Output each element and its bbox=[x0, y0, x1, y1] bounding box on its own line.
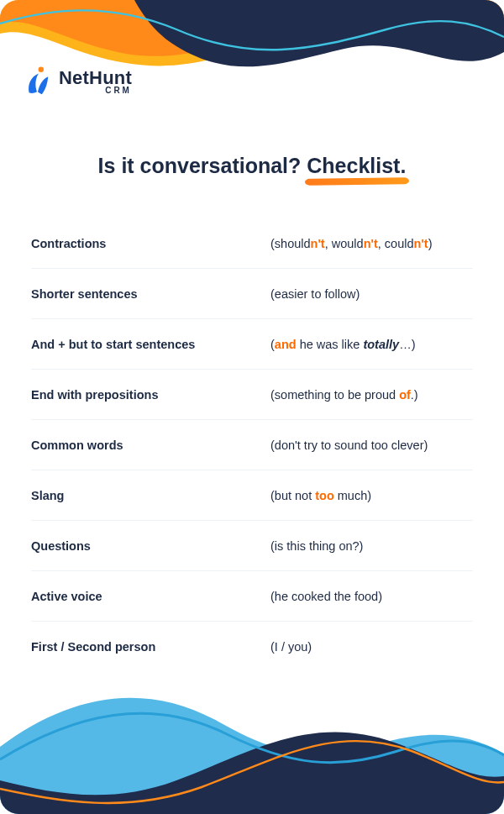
table-row: Active voice(he cooked the food) bbox=[31, 571, 473, 622]
row-example: (he cooked the food) bbox=[270, 590, 382, 603]
highlight-text: of bbox=[399, 388, 411, 402]
row-example: (shouldn't, wouldn't, couldn't) bbox=[270, 237, 433, 250]
highlight-text: too bbox=[315, 489, 334, 502]
brand-logo: NetHunt CRM bbox=[24, 66, 132, 97]
row-example: (but not too much) bbox=[270, 489, 371, 502]
row-label: Questions bbox=[31, 539, 270, 553]
example-text: , would bbox=[325, 237, 364, 250]
decorative-wave-bottom bbox=[0, 663, 504, 814]
svg-point-0 bbox=[39, 67, 44, 72]
table-row: Common words(don't try to sound too clev… bbox=[31, 420, 473, 470]
table-row: Contractions(shouldn't, wouldn't, couldn… bbox=[31, 218, 473, 269]
table-row: Questions(is this thing on?) bbox=[31, 521, 473, 571]
italic-text: totally bbox=[363, 338, 399, 351]
highlight-text: n't bbox=[311, 237, 325, 250]
row-example: (something to be proud of.) bbox=[270, 388, 418, 402]
example-text: , could bbox=[378, 237, 414, 250]
example-text: (should bbox=[270, 237, 311, 250]
table-row: Slang(but not too much) bbox=[31, 470, 473, 521]
example-text: ) bbox=[428, 237, 433, 250]
row-label: And + but to start sentences bbox=[31, 338, 270, 351]
row-label: Common words bbox=[31, 439, 270, 452]
table-row: First / Second person(I / you) bbox=[31, 622, 473, 672]
example-text: (but not bbox=[270, 489, 315, 502]
highlight-text: and bbox=[275, 338, 297, 351]
row-example: (is this thing on?) bbox=[270, 539, 363, 553]
row-label: Active voice bbox=[31, 590, 270, 603]
checklist-table: Contractions(shouldn't, wouldn't, couldn… bbox=[31, 218, 473, 672]
row-label: Shorter sentences bbox=[31, 287, 270, 301]
example-text: (I / you) bbox=[270, 640, 312, 654]
title-underlined: Checklist. bbox=[307, 154, 406, 178]
example-text: he was like bbox=[297, 338, 364, 351]
example-text: (something to be proud bbox=[270, 388, 399, 402]
example-text: (don't try to sound too clever) bbox=[270, 439, 428, 452]
row-label: Slang bbox=[31, 489, 270, 502]
example-text: (he cooked the food) bbox=[270, 590, 382, 603]
example-text: …) bbox=[399, 338, 415, 351]
brand-name: NetHunt bbox=[59, 69, 132, 87]
title-prefix: Is it conversational? bbox=[98, 154, 307, 177]
table-row: Shorter sentences(easier to follow) bbox=[31, 269, 473, 319]
row-example: (easier to follow) bbox=[270, 287, 360, 301]
example-text: (easier to follow) bbox=[270, 287, 360, 301]
example-text: much) bbox=[334, 489, 371, 502]
infographic-card: NetHunt CRM Is it conversational? Checkl… bbox=[0, 0, 504, 814]
row-label: First / Second person bbox=[31, 640, 270, 654]
example-text: .) bbox=[411, 388, 418, 402]
row-label: Contractions bbox=[31, 237, 270, 250]
table-row: End with prepositions(something to be pr… bbox=[31, 370, 473, 420]
page-title: Is it conversational? Checklist. bbox=[0, 154, 504, 178]
highlight-text: n't bbox=[414, 237, 428, 250]
brand-logo-text-wrap: NetHunt CRM bbox=[59, 69, 132, 95]
highlight-text: n't bbox=[364, 237, 378, 250]
example-text: (is this thing on?) bbox=[270, 539, 363, 553]
row-example: (don't try to sound too clever) bbox=[270, 439, 428, 452]
row-example: (and he was like totally…) bbox=[270, 338, 415, 351]
brand-logo-icon bbox=[24, 66, 52, 97]
row-example: (I / you) bbox=[270, 640, 312, 654]
row-label: End with prepositions bbox=[31, 388, 270, 402]
table-row: And + but to start sentences(and he was … bbox=[31, 319, 473, 370]
